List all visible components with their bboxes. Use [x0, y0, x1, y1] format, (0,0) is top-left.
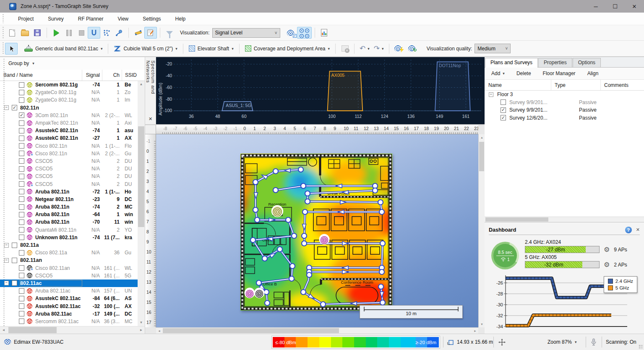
visualization-select[interactable]: Signal Level ˅ — [212, 28, 280, 38]
ap-checkbox[interactable] — [19, 143, 24, 149]
delete-button[interactable]: Delete — [516, 71, 531, 76]
ap-list-vertical-scrollbar[interactable]: ▲ ▼ — [138, 81, 145, 326]
ap-checkbox[interactable] — [19, 227, 24, 232]
ap-row[interactable]: Aruba 802.11ac-17149 (...DC — [0, 310, 138, 318]
floor-plan-heatmap[interactable]: Reception Break Room Office Office B Con… — [240, 154, 392, 311]
ap-checkbox[interactable] — [12, 243, 17, 248]
ap-group-row[interactable]: −802.11a — [0, 241, 138, 249]
ap-row[interactable]: QuantaMi 802.11nN/A2YO — [0, 226, 138, 234]
ap-list-horizontal-scrollbar[interactable]: ◄ ► — [0, 326, 145, 334]
map-vertical-scrollbar[interactable]: ▲ ▼ — [478, 134, 485, 327]
ap-row[interactable]: +Cisco 802.11nN/A2 (2-...Gu — [0, 150, 138, 157]
tab-plans-and-surveys[interactable]: Plans and Surveys — [485, 58, 538, 68]
gps-survey-button[interactable] — [113, 27, 125, 39]
ap-group-row[interactable]: −802.11an — [0, 256, 138, 264]
tree-expander-icon[interactable]: − — [4, 243, 9, 248]
zoom-control[interactable]: Zoom 87% ▾ — [548, 334, 577, 350]
ap-row[interactable]: Aruba 802.11n-641win — [0, 211, 138, 218]
ap-checkbox[interactable] — [19, 151, 24, 156]
quality-select[interactable]: Medium ˅ — [475, 44, 511, 53]
scrollbar-thumb[interactable] — [479, 142, 484, 171]
save-project-button[interactable] — [31, 27, 44, 39]
edit-notes-button[interactable] — [144, 27, 157, 39]
scroll-right-arrow[interactable]: ► — [472, 328, 478, 334]
ap-checkbox[interactable] — [19, 311, 24, 316]
attenuation-zone-selector[interactable]: Elevator Shaft ▾ — [186, 43, 236, 55]
ap-row[interactable]: Sercomm 802.11g-741Be — [0, 81, 138, 89]
ap-checkbox[interactable] — [19, 136, 24, 141]
ap-row[interactable]: ZygateCo 802.11gN/A1Im — [0, 96, 138, 104]
resize-grip[interactable] — [639, 345, 643, 349]
ap-model-selector[interactable]: Generic dual band 802.11ac ▾ — [22, 43, 105, 55]
map-horizontal-scrollbar[interactable]: ◄ ► — [156, 327, 478, 334]
ap-row[interactable]: Aruba 802.11acN/A157 (...UN — [0, 287, 138, 295]
ap-list-header[interactable]: Band / Name Signal Ch SSID — [0, 70, 145, 81]
ap-row[interactable]: CSCO5N/A2DU — [0, 165, 138, 172]
ap-checkbox[interactable] — [19, 212, 24, 217]
menu-rf-planner[interactable]: RF Planner — [71, 13, 111, 25]
report-button[interactable] — [318, 27, 331, 39]
ap-checkbox[interactable] — [19, 273, 24, 278]
ap-row[interactable]: AsustekC 802.11ac-32100 (...AX — [0, 302, 138, 310]
tab-options[interactable]: Options — [573, 58, 601, 67]
scroll-up-arrow[interactable]: ▲ — [138, 81, 145, 88]
surveys-table-header[interactable]: Name Type Comments — [485, 80, 644, 91]
ap-checkbox[interactable] — [19, 265, 24, 271]
ap-marker-reception[interactable] — [272, 206, 283, 217]
ap-row[interactable]: AmpakTec 802.11nN/A1Axi — [0, 119, 138, 127]
ap-checkbox[interactable] — [19, 288, 24, 294]
plans-horizontal-scrollbar[interactable] — [485, 217, 644, 222]
ap-row[interactable]: CSCO5N/A161 (...5G — [0, 272, 138, 279]
refresh-visualization-button[interactable]: ↻ — [406, 43, 419, 55]
survey-row[interactable]: Survey 9/9/201...Passive — [485, 106, 644, 114]
menu-help[interactable]: Help — [168, 13, 193, 25]
continuous-path-button[interactable] — [88, 27, 100, 39]
tab-properties[interactable]: Properties — [538, 58, 572, 67]
voice-notes-button[interactable] — [591, 334, 597, 350]
scrollbar-thumb[interactable] — [8, 327, 57, 333]
tree-expander-icon[interactable]: − — [4, 105, 9, 110]
ap-group-row[interactable]: −802.11ac — [0, 279, 138, 287]
ap-row[interactable]: Unknown 802.11n-7411 (7...kra — [0, 234, 138, 241]
scroll-left-arrow[interactable]: ◄ — [156, 328, 162, 334]
stop-survey-button[interactable] — [75, 27, 88, 39]
ap-checkbox[interactable] — [19, 303, 24, 309]
pan-tool-button[interactable] — [498, 334, 506, 350]
scroll-right-arrow[interactable]: ► — [138, 326, 145, 334]
menu-project[interactable]: Project — [11, 13, 41, 25]
survey-row[interactable]: Survey 12/6/20...Passive — [485, 114, 644, 122]
ap-row[interactable]: +CSCO5N/A2DU — [0, 180, 138, 188]
ap-checkbox[interactable] — [12, 280, 17, 286]
ap-checkbox[interactable] — [19, 82, 24, 88]
ap-checkbox[interactable] — [19, 128, 24, 133]
scroll-down-arrow[interactable]: ▼ — [479, 321, 485, 327]
reapply-visualization-button[interactable] — [392, 43, 406, 55]
new-project-button[interactable] — [6, 27, 18, 39]
survey-checkbox[interactable] — [501, 107, 506, 113]
group-by-button[interactable]: Group by ▾ — [0, 57, 145, 70]
floor-manager-button[interactable]: Floor Manager — [543, 71, 576, 76]
ap-row[interactable]: Cisco 802.11nN/A1 (1-...Flo — [0, 142, 138, 150]
ap-checkbox[interactable] — [19, 97, 24, 103]
ap-checkbox[interactable] — [19, 158, 24, 164]
ap-row[interactable]: +Cisco 802.11anN/A161 (...WL — [0, 264, 138, 272]
survey-row[interactable]: Survey 9/9/201...Passive — [485, 99, 644, 107]
ap-row[interactable]: Netgear 802.11n-239DC — [0, 196, 138, 203]
pause-survey-button[interactable] — [63, 27, 75, 39]
survey-checkbox[interactable] — [501, 99, 506, 105]
menu-survey[interactable]: Survey — [41, 13, 70, 25]
align-button[interactable]: Align — [587, 71, 599, 76]
show-ap-selection-button[interactable]: ✓ — [284, 27, 297, 39]
open-project-button[interactable] — [18, 27, 31, 39]
ap-checkbox[interactable] — [19, 120, 24, 126]
ap-checkbox[interactable] — [19, 166, 24, 172]
close-button[interactable]: ✕ — [625, 0, 644, 13]
ap-row[interactable]: CSCO5N/A2DU — [0, 172, 138, 180]
ap-row[interactable]: Aruba 802.11n-7011win — [0, 218, 138, 226]
ap-row[interactable]: Sercomm 802.11acN/A36 (3...MC — [0, 318, 138, 325]
ap-checkbox[interactable] — [19, 189, 24, 194]
ap-row[interactable]: Aruba 802.11n-742MC — [0, 203, 138, 211]
ap-marker-purple[interactable] — [320, 235, 329, 244]
gear-icon[interactable]: ⚙ — [604, 246, 610, 253]
survey-checkbox[interactable] — [501, 115, 506, 120]
